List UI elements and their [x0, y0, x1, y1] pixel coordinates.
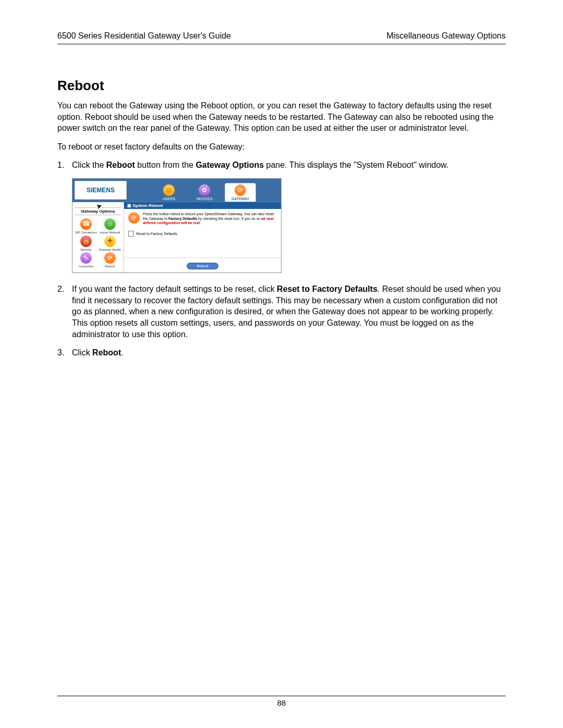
- step2-text: If you want the factory default settings…: [72, 285, 277, 293]
- lead-paragraph: To reboot or reset factory defaults on t…: [57, 141, 506, 153]
- step2-bold: Reset to Factory Defaults: [277, 285, 377, 293]
- page-footer: 88: [57, 696, 506, 707]
- panel-header-icon: ▣: [127, 203, 132, 208]
- gateway-health-icon: ✚: [104, 236, 116, 247]
- step3-bold: Reboot: [92, 348, 121, 357]
- top-tabs: ☺ USERS ✿ DEVICES ⟳ GATEWAY: [129, 179, 281, 202]
- sidebar-item-customize[interactable]: ✎ Customize: [75, 252, 97, 268]
- step1-text: button from the: [135, 161, 196, 169]
- main-panel: ▣ System Reboot ⟳ Press the button below…: [124, 202, 281, 273]
- step-number: 2.: [57, 283, 72, 340]
- step1-bold2: Gateway Options: [195, 161, 264, 169]
- step-2: 2. If you want the factory default setti…: [57, 283, 506, 340]
- tab-gateway[interactable]: ⟳ GATEWAY: [225, 183, 256, 202]
- reboot-icon: ⟳: [104, 252, 116, 264]
- tab-gateway-label: GATEWAY: [231, 197, 249, 201]
- reboot-button[interactable]: Reboot: [187, 263, 218, 269]
- section-title: Reboot: [57, 78, 506, 94]
- reset-checkbox-row[interactable]: Reset to Factory Defaults: [124, 228, 281, 257]
- header-left: 6500 Series Residential Gateway User's G…: [57, 31, 231, 41]
- step1-text: Click the: [72, 161, 106, 169]
- step3-text: .: [121, 348, 123, 357]
- page-header: 6500 Series Residential Gateway User's G…: [57, 31, 506, 44]
- sidebar-item-label: ISP Connection: [75, 231, 97, 234]
- step1-bold1: Reboot: [106, 161, 135, 169]
- tab-devices-label: DEVICES: [197, 197, 213, 201]
- embedded-screenshot: SIEMENS ☺ USERS ✿ DEVICES ⟳ GATEWAY: [72, 178, 282, 273]
- tab-devices[interactable]: ✿ DEVICES: [189, 183, 219, 202]
- devices-icon: ✿: [199, 184, 210, 196]
- checkbox-label: Reset to Factory Defaults: [136, 232, 177, 236]
- reboot-panel-icon: ⟳: [128, 212, 140, 224]
- step-number: 1.: [57, 159, 72, 171]
- tab-users-label: USERS: [163, 197, 175, 201]
- sidebar-item-label: Security: [80, 248, 92, 251]
- panel-description: Press the button below to reboot your Sp…: [143, 212, 277, 226]
- step-number: 3.: [57, 347, 72, 359]
- gateway-icon: ⟳: [235, 184, 246, 196]
- checkbox-icon[interactable]: [128, 231, 134, 237]
- sidebar-item-isp-connection[interactable]: ☎ ISP Connection: [75, 218, 97, 235]
- sidebar-item-label: Reboot: [105, 265, 115, 268]
- sidebar: ➤ Gateway Options ☎ ISP Connection ⌂ Hom…: [72, 202, 124, 273]
- step-1: 1. Click the Reboot button from the Gate…: [57, 159, 506, 171]
- sidebar-title: ➤ Gateway Options: [75, 207, 121, 215]
- header-right: Miscellaneous Gateway Options: [386, 31, 506, 41]
- step1-text: pane. This displays the "System Reboot" …: [264, 161, 448, 169]
- sidebar-item-label: Home Network: [100, 231, 120, 234]
- users-icon: ☺: [163, 184, 175, 196]
- isp-connection-icon: ☎: [80, 218, 92, 230]
- sidebar-item-label: Gateway Health: [99, 248, 121, 251]
- sidebar-item-security[interactable]: 🔒 Security: [75, 236, 97, 252]
- customize-icon: ✎: [80, 252, 92, 264]
- security-icon: 🔒: [80, 236, 92, 247]
- sidebar-item-home-network[interactable]: ⌂ Home Network: [99, 218, 121, 235]
- sidebar-item-gateway-health[interactable]: ✚ Gateway Health: [99, 236, 121, 252]
- home-network-icon: ⌂: [104, 218, 116, 230]
- step3-text: Click: [72, 348, 92, 357]
- panel-header: ▣ System Reboot: [124, 202, 281, 209]
- intro-paragraph: You can reboot the Gateway using the Reb…: [57, 100, 506, 134]
- step-3: 3. Click Reboot.: [57, 347, 506, 359]
- shot-header-bar: SIEMENS ☺ USERS ✿ DEVICES ⟳ GATEWAY: [72, 179, 281, 202]
- page-number: 88: [277, 698, 286, 707]
- siemens-logo: SIEMENS: [75, 181, 127, 200]
- tab-users[interactable]: ☺ USERS: [154, 183, 184, 202]
- sidebar-item-label: Customize: [79, 265, 93, 268]
- sidebar-item-reboot[interactable]: ⟳ Reboot: [99, 252, 121, 268]
